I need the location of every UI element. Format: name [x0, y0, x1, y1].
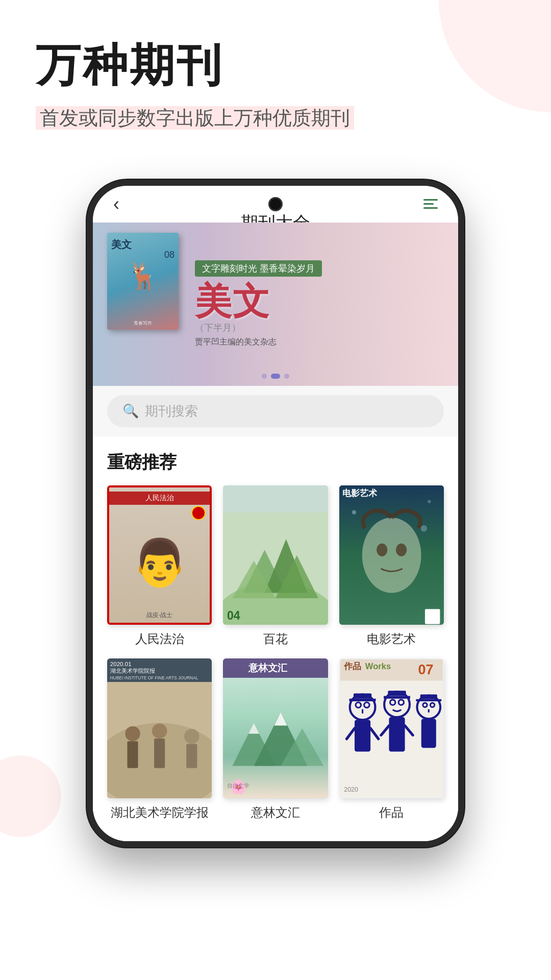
- mag-label-yilin: 意林文汇: [251, 804, 300, 821]
- svg-rect-29: [186, 744, 197, 768]
- search-placeholder: 期刊搜索: [145, 402, 198, 420]
- svg-text:HUBEI INSTITUTE OF FINE ARTS J: HUBEI INSTITUTE OF FINE ARTS JOURNAL: [110, 675, 198, 680]
- svg-rect-59: [384, 696, 410, 699]
- mag-label-baihua: 百花: [263, 631, 288, 647]
- camera-notch: [268, 197, 283, 211]
- magazine-item-yilin[interactable]: 意林文汇 🌸 自由文学: [223, 658, 328, 821]
- svg-point-28: [184, 729, 199, 744]
- magazine-item-hubei[interactable]: 2020.01 湖北美术学院院报 HUBEI INSTITUTE OF FINE…: [107, 658, 212, 821]
- cover-yilin: 意林文汇 🌸 自由文学: [223, 658, 328, 798]
- section-title: 重磅推荐: [107, 451, 444, 474]
- magazine-item-zuopin[interactable]: 作品 Works 07: [339, 658, 444, 821]
- svg-text:意林文汇: 意林文汇: [248, 663, 288, 674]
- recommended-section: 重磅推荐 人民法治 👨 战疫·战士: [93, 436, 458, 821]
- magazine-item-baihua[interactable]: 百花 baihua: [223, 485, 328, 648]
- svg-text:04: 04: [227, 609, 240, 622]
- cover-zuopin: 作品 Works 07: [339, 658, 444, 798]
- phone-content: 美文 08 🦌 青春写作 文字雕刻时光 墨香晕染岁月 美文 （下半月） 贾平凹主…: [93, 223, 458, 842]
- back-button[interactable]: ‹: [113, 193, 119, 215]
- svg-rect-6: [223, 485, 328, 512]
- svg-point-26: [152, 724, 167, 739]
- svg-rect-68: [416, 699, 441, 701]
- svg-point-14: [428, 500, 431, 503]
- svg-rect-60: [389, 717, 405, 751]
- phone-mockup: ‹ 期刊大全 美文 08 🦌 青春写作: [87, 180, 464, 848]
- svg-rect-67: [420, 695, 437, 699]
- svg-point-10: [377, 543, 387, 556]
- page-header: 万种期刊 首发或同步数字出版上万种优质期刊: [0, 0, 551, 149]
- mag-label-zuopin: 作品: [379, 804, 404, 821]
- svg-text:电影艺术: 电影艺术: [342, 488, 377, 498]
- banner-subtitle: （下半月）: [195, 322, 448, 334]
- svg-text:2020: 2020: [344, 787, 358, 794]
- svg-rect-50: [354, 694, 371, 699]
- svg-point-11: [396, 543, 407, 556]
- search-bar[interactable]: 🔍 期刊搜索: [107, 395, 444, 427]
- page-subtitle: 首发或同步数字出版上万种优质期刊: [36, 103, 515, 134]
- search-bar-wrap: 🔍 期刊搜索: [93, 386, 458, 436]
- svg-text:自由文学: 自由文学: [227, 782, 249, 789]
- mag-label-hubei: 湖北美术学院学报: [111, 804, 209, 821]
- svg-point-12: [352, 510, 356, 514]
- mag-label-dianying: 电影艺术: [367, 631, 416, 647]
- banner-dots: [262, 374, 289, 379]
- mag-label-renmin: 人民法治: [135, 631, 184, 647]
- svg-text:2020.01: 2020.01: [110, 661, 132, 667]
- svg-rect-52: [355, 720, 370, 752]
- svg-rect-27: [154, 739, 165, 768]
- banner-main-title: 美文: [195, 283, 448, 320]
- cover-baihua: 百花 baihua: [223, 485, 328, 625]
- banner-text-area: 文字雕刻时光 墨香晕染岁月 美文 （下半月） 贾平凹主编的美文杂志: [190, 223, 458, 386]
- svg-rect-16: [425, 609, 440, 624]
- phone-container: ‹ 期刊大全 美文 08 🦌 青春写作: [0, 180, 551, 868]
- banner[interactable]: 美文 08 🦌 青春写作 文字雕刻时光 墨香晕染岁月 美文 （下半月） 贾平凹主…: [93, 223, 458, 386]
- cover-hubei: 2020.01 湖北美术学院院报 HUBEI INSTITUTE OF FINE…: [107, 658, 212, 798]
- svg-rect-69: [421, 719, 436, 748]
- bottom-space: [93, 821, 458, 841]
- svg-rect-51: [349, 699, 375, 701]
- landscape-svg: 04: [223, 485, 328, 625]
- svg-rect-25: [127, 742, 138, 769]
- phone-top-bar: ‹ 期刊大全: [93, 186, 458, 223]
- cover-dianying: 电影艺术: [339, 485, 444, 625]
- svg-point-9: [362, 518, 421, 593]
- magazine-grid: 人民法治 👨 战疫·战士 人民法治 百花: [107, 485, 444, 821]
- svg-rect-58: [388, 691, 406, 696]
- magazine-item-dianying[interactable]: 电影艺术 电影艺术: [339, 485, 444, 648]
- cover-renmin: 人民法治 👨 战疫·战士: [107, 485, 212, 625]
- page-title: 万种期刊: [36, 41, 515, 90]
- svg-point-13: [420, 525, 427, 532]
- svg-text:Works: Works: [365, 662, 390, 671]
- svg-text:作品: 作品: [343, 662, 361, 671]
- banner-cover: 美文 08 🦌 青春写作: [107, 233, 179, 330]
- banner-desc: 贾平凹主编的美文杂志: [195, 337, 448, 348]
- svg-point-24: [125, 726, 140, 741]
- search-icon: 🔍: [122, 403, 139, 419]
- svg-text:07: 07: [418, 662, 433, 677]
- banner-tag: 文字雕刻时光 墨香晕染岁月: [195, 260, 322, 277]
- menu-icon[interactable]: [423, 199, 438, 209]
- svg-text:湖北美术学院院报: 湖北美术学院院报: [110, 668, 155, 674]
- magazine-item-renmin[interactable]: 人民法治 👨 战疫·战士 人民法治: [107, 485, 212, 648]
